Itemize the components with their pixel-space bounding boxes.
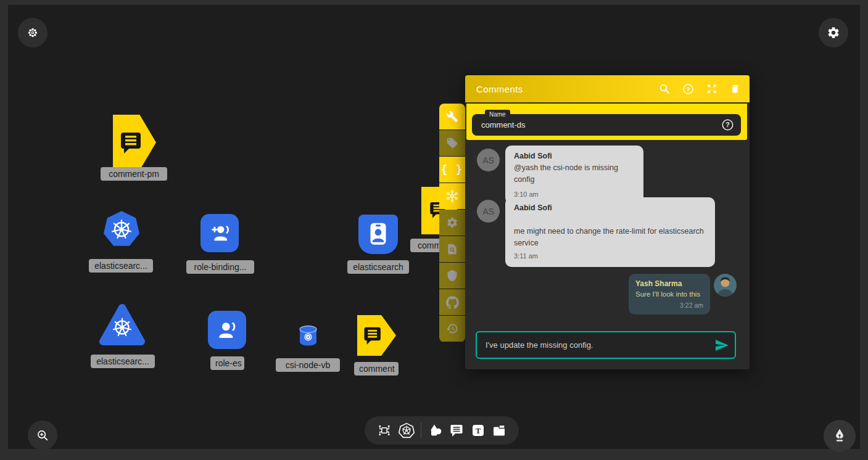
role-binding-shape[interactable] bbox=[200, 214, 239, 252]
image-tool-button[interactable] bbox=[492, 423, 506, 438]
id-badge-icon bbox=[366, 221, 391, 248]
kubernetes-triangle-shape[interactable] bbox=[99, 302, 145, 349]
zoom-button[interactable] bbox=[28, 421, 57, 450]
design-canvas[interactable]: comment-pm elasticsearc... bbox=[8, 5, 860, 449]
comment-node-shape[interactable] bbox=[357, 315, 396, 356]
kubernetes-icon bbox=[399, 422, 415, 438]
pen-nib-icon bbox=[832, 428, 847, 444]
toolbar-divider bbox=[421, 422, 421, 438]
help-icon[interactable]: ? bbox=[682, 83, 694, 95]
message-time: 3:22 am bbox=[635, 302, 703, 309]
help-circle-icon[interactable]: ? bbox=[721, 118, 734, 131]
message-author: Yash Sharma bbox=[635, 279, 703, 288]
braces-icon: { } bbox=[441, 163, 464, 176]
node-action-toolbar: { } bbox=[439, 104, 465, 342]
svg-text:?: ? bbox=[687, 86, 690, 92]
chat-message: Aabid Sofi @yash the csi-node is missing… bbox=[505, 146, 643, 204]
shapes-tool-button[interactable] bbox=[428, 423, 443, 438]
expand-icon[interactable] bbox=[706, 83, 717, 94]
node-label: comment-pm bbox=[101, 167, 167, 181]
storage-cylinder-shape[interactable] bbox=[298, 325, 318, 350]
users-icon bbox=[215, 318, 239, 342]
braces-tool-button[interactable]: { } bbox=[439, 157, 465, 183]
chat-message: Yash Sharma Sure I'll look into this 3:2… bbox=[629, 274, 710, 314]
comment-node-shape[interactable] bbox=[113, 115, 156, 170]
node-label: role-es bbox=[210, 356, 244, 370]
message-time: 3:10 am bbox=[514, 191, 635, 198]
node-label: elasticsearc... bbox=[91, 355, 155, 368]
history-tool-button[interactable] bbox=[439, 316, 465, 342]
diagram-tool-button[interactable] bbox=[377, 423, 392, 438]
name-field-section: Name ? bbox=[466, 104, 747, 140]
message-text: @yash the csi-node is missing config bbox=[514, 162, 635, 186]
shield-tool-button[interactable] bbox=[439, 263, 465, 289]
gear-icon bbox=[446, 216, 458, 229]
tag-icon bbox=[446, 137, 458, 149]
user-photo bbox=[714, 274, 737, 297]
chat-input-box[interactable] bbox=[476, 331, 736, 359]
role-shape[interactable] bbox=[208, 311, 246, 349]
message-text: me might need to change the rate-limit f… bbox=[514, 226, 706, 249]
kubernetes-tool-button[interactable] bbox=[399, 422, 415, 438]
doc-search-icon bbox=[446, 243, 458, 255]
hub-mesh-icon bbox=[445, 189, 459, 203]
search-icon[interactable] bbox=[659, 83, 670, 94]
add-user-icon bbox=[207, 221, 232, 245]
name-input[interactable] bbox=[472, 114, 741, 136]
message-author: Aabid Sofi bbox=[514, 203, 706, 212]
avatar: AS bbox=[477, 149, 500, 171]
settings-tool-button[interactable] bbox=[439, 210, 465, 236]
hub-tool-button[interactable] bbox=[439, 183, 465, 209]
message-author: Aabid Sofi bbox=[514, 152, 635, 160]
shield-icon bbox=[446, 269, 458, 282]
chat-bubble-icon bbox=[119, 129, 144, 155]
chat-bubble-icon bbox=[363, 325, 383, 346]
shapes-icon bbox=[428, 423, 443, 438]
node-label: csi-node-vb bbox=[276, 358, 340, 372]
github-tool-button[interactable] bbox=[439, 289, 465, 315]
cylinder-icon bbox=[298, 325, 318, 347]
menu-button[interactable] bbox=[18, 18, 48, 47]
node-label: elasticsearc... bbox=[89, 259, 153, 273]
svg-text:?: ? bbox=[725, 121, 729, 128]
comments-panel-header[interactable]: Comments ? bbox=[465, 75, 750, 102]
chat-message: Aabid Sofi me might need to change the r… bbox=[505, 197, 715, 267]
comment-icon bbox=[449, 423, 464, 438]
history-icon bbox=[446, 322, 458, 335]
settings-gear-icon bbox=[827, 26, 840, 39]
text-tool-button[interactable]: T bbox=[471, 423, 486, 438]
kubernetes-wheel-icon bbox=[110, 218, 133, 240]
shape-palette-toolbar: T bbox=[365, 416, 519, 445]
name-field[interactable]: Name ? bbox=[472, 114, 741, 136]
doc-search-tool-button[interactable] bbox=[439, 236, 465, 262]
avatar-initials: AS bbox=[482, 155, 494, 165]
node-label: elasticsearch bbox=[347, 260, 409, 274]
avatar: AS bbox=[477, 200, 500, 223]
settings-button[interactable] bbox=[819, 18, 848, 47]
wrench-tool-button[interactable] bbox=[439, 104, 465, 129]
wrench-icon bbox=[446, 110, 458, 123]
trash-icon[interactable] bbox=[730, 83, 740, 94]
service-account-shape[interactable] bbox=[358, 215, 398, 254]
app-window: comment-pm elasticsearc... bbox=[0, 0, 868, 460]
node-label: comment bbox=[354, 362, 399, 376]
flower-menu-icon bbox=[27, 27, 39, 39]
chat-input[interactable] bbox=[477, 332, 705, 358]
tag-tool-button[interactable] bbox=[439, 130, 465, 156]
zoom-in-icon bbox=[36, 429, 49, 442]
comments-panel: Comments ? Name ? AS Aabid Sofi bbox=[465, 75, 750, 369]
github-icon bbox=[446, 296, 459, 309]
panel-title: Comments bbox=[476, 84, 523, 94]
text-icon: T bbox=[471, 423, 486, 438]
message-text: Sure I'll look into this bbox=[635, 289, 703, 300]
diagram-icon bbox=[377, 423, 392, 438]
svg-text:T: T bbox=[475, 426, 481, 435]
pen-button[interactable] bbox=[824, 420, 856, 452]
message-time: 3:11 am bbox=[514, 252, 706, 260]
name-field-label: Name bbox=[485, 110, 510, 119]
avatar-initials: AS bbox=[482, 207, 494, 216]
comment-tool-button[interactable] bbox=[449, 423, 464, 438]
send-icon[interactable] bbox=[714, 338, 729, 353]
kubernetes-wheel-icon bbox=[112, 317, 133, 338]
kubernetes-heptagon-shape[interactable] bbox=[102, 210, 141, 248]
